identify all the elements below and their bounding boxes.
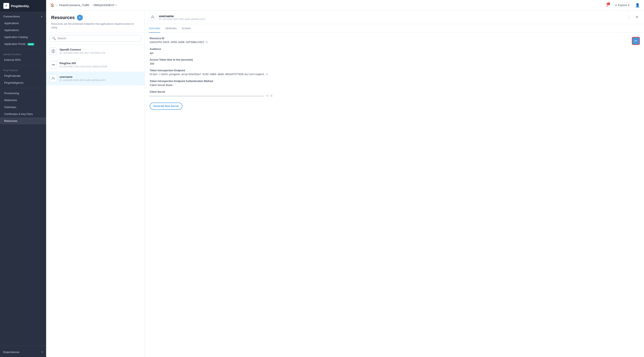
ping-products-label: Ping Products (0, 67, 46, 72)
topbar: 🏠 > FluentCommerce_7cd85 › OMSQASSOEXT ▾… (46, 0, 644, 11)
sidebar-logo-text: PingIdentity. (11, 4, 30, 8)
help-button[interactable]: ❓ 1 (605, 3, 609, 7)
sidebar-item-applications-sub[interactable]: Applications (0, 20, 46, 27)
field-resource-id-value: a1b224f6-0425-4550-ba98-3df5d8ec4321 ⧉ (150, 41, 639, 44)
detail-content: ✏ Resource ID a1b224f6-0425-4550-ba98-3d… (145, 33, 644, 357)
edit-resource-button[interactable]: ✏ (632, 37, 640, 45)
sidebar-section-experiences[interactable]: Experiences ▾ (0, 347, 46, 355)
field-access-token-ttl-value: 300 (150, 62, 639, 65)
topbar-right: ❓ 1 ⊙ Explore ▾ 👤 (605, 3, 640, 8)
application-portal-new-badge: NEW (28, 43, 34, 46)
sidebar-item-pingintelligence[interactable]: PingIntelligence (0, 79, 46, 86)
field-token-introspection-endpoint-label: Token Introspection Endpoint (150, 69, 639, 72)
tab-scopes[interactable]: Scopes (182, 24, 191, 33)
client-secret-dots: ••••••••••••••••••••••••••••••••••••••••… (150, 95, 264, 97)
username-name: username (60, 75, 141, 79)
detail-header: username ID: a1b224f6-0425-4550-ba98-3df… (145, 11, 644, 24)
sidebar-item-pingfederate[interactable]: PingFederate (0, 72, 46, 79)
field-token-introspection-auth-method: Token Introspection Endpoint Authenticat… (150, 80, 639, 87)
detail-pane: username ID: a1b224f6-0425-4550-ba98-3df… (145, 11, 644, 357)
sidebar-bottom: Experiences ▾ (0, 346, 46, 357)
sidebar-item-provisioning[interactable]: Provisioning (0, 90, 46, 97)
field-client-secret-label: Client Secret (150, 90, 639, 93)
sidebar: P PingIdentity. Connections ▲ Applicatio… (0, 0, 46, 357)
explore-circle-icon: ⊙ (615, 4, 617, 7)
resource-item-username[interactable]: username ID: a1b224f6-0425-4550-ba98-3df… (46, 72, 144, 85)
field-token-introspection-endpoint: Token Introspection Endpoint https://aut… (150, 69, 639, 76)
detail-resource-id: ID: a1b224f6-0425-4550-ba98-3df5d8ec4321 (159, 18, 626, 20)
tab-overview[interactable]: Overview (149, 24, 160, 33)
field-resource-id-label: Resource ID (150, 37, 639, 40)
sidebar-item-application-catalog[interactable]: Application Catalog (0, 34, 46, 41)
field-audience: Audience api (150, 48, 639, 55)
detail-header-info: username ID: a1b224f6-0425-4550-ba98-3df… (159, 14, 626, 20)
copy-introspection-icon[interactable]: ⧉ (266, 73, 268, 76)
copy-resource-id-icon[interactable]: ⧉ (206, 41, 208, 44)
field-token-introspection-endpoint-value: https://auth.pingone.asia/b2e31ba7-5c92-… (150, 73, 639, 76)
sidebar-item-webhooks[interactable]: Webhooks (0, 97, 46, 104)
detail-tabs: Overview Attributes Scopes (145, 24, 644, 33)
sidebar-item-gateways[interactable]: Gateways (0, 104, 46, 111)
sidebar-item-applications[interactable]: Applications (0, 27, 46, 34)
search-input[interactable] (58, 37, 138, 40)
field-client-secret-value: ••••••••••••••••••••••••••••••••••••••••… (150, 94, 639, 98)
sidebar-item-application-portal[interactable]: Application Portal NEW (0, 41, 46, 47)
openid-connect-id: ID: cb3188f4-499a-4f1b-9b27-63e49a6117fd (60, 52, 141, 54)
edit-icon: ✏ (634, 39, 637, 43)
resources-title-row: Resources + (51, 15, 140, 21)
resource-item-pingone-api[interactable]: API PingOne API ID: d29e3881-019a-4a30-8… (46, 58, 144, 72)
explore-dropdown-icon: ▾ (628, 4, 630, 7)
add-resource-button[interactable]: + (77, 15, 83, 21)
resources-title: Resources (51, 15, 75, 20)
copy-secret-icon[interactable]: ⧉ (270, 94, 272, 98)
tab-attributes[interactable]: Attributes (165, 24, 177, 33)
user-icon[interactable]: 👤 (635, 3, 640, 8)
field-access-token-ttl-label: Access Token time to live (seconds) (150, 58, 639, 61)
search-bar: 🔍 (46, 33, 144, 45)
sidebar-section-connections[interactable]: Connections ▲ (0, 12, 46, 20)
breadcrumb-separator2: › (91, 4, 92, 7)
breadcrumb-home-icon[interactable]: 🏠 (50, 3, 54, 7)
detail-more-button[interactable]: ⋮ (626, 15, 632, 20)
breadcrumb-current-env[interactable]: OMSQASSOEXT ▾ (93, 4, 116, 7)
sidebar-logo[interactable]: P PingIdentity. (0, 0, 46, 12)
resource-list: OpenID Connect ID: cb3188f4-499a-4f1b-9b… (46, 45, 144, 357)
explore-button[interactable]: ⊙ Explore ▾ (612, 3, 632, 8)
resource-item-openid-connect[interactable]: OpenID Connect ID: cb3188f4-499a-4f1b-9b… (46, 45, 144, 58)
search-input-wrap[interactable]: 🔍 (50, 35, 141, 42)
detail-header-actions: ⋮ ✕ (626, 15, 640, 20)
breadcrumb-separator: > (56, 4, 58, 7)
experiences-chevron: ▾ (42, 351, 43, 353)
divider-3 (3, 88, 43, 88)
generate-new-secret-button[interactable]: Generate New Secret (150, 103, 182, 110)
hide-secret-icon[interactable]: 👁 (266, 94, 269, 98)
pingone-api-id: ID: d29e3881-019a-4a30-816e-c696ba140108 (60, 65, 141, 68)
breadcrumb-env-name[interactable]: FluentCommerce_7cd85 (59, 4, 89, 7)
pingone-api-name: PingOne API (60, 62, 141, 65)
username-id: ID: a1b224f6-0425-4550-ba98-3df5d8ec4321 (60, 79, 141, 81)
sidebar-item-external-idps[interactable]: External IDPs (0, 57, 46, 63)
connections-label: Connections (3, 15, 20, 18)
ping-identity-logo-icon: P (3, 3, 9, 9)
sidebar-item-certificates[interactable]: Certificates & Key Pairs (0, 111, 46, 118)
sidebar-item-resources[interactable]: Resources (0, 118, 46, 124)
identity-providers-label: Identity Providers (0, 51, 46, 57)
field-audience-label: Audience (150, 48, 639, 51)
openid-connect-icon (50, 47, 57, 55)
field-client-secret: Client Secret ••••••••••••••••••••••••••… (150, 90, 639, 98)
field-resource-id: Resource ID a1b224f6-0425-4550-ba98-3df5… (150, 37, 639, 44)
connections-chevron: ▲ (41, 15, 43, 18)
detail-header-icon (149, 14, 156, 21)
breadcrumb: 🏠 > FluentCommerce_7cd85 › OMSQASSOEXT ▾ (50, 3, 116, 7)
main-content: 🏠 > FluentCommerce_7cd85 › OMSQASSOEXT ▾… (46, 0, 644, 357)
field-token-introspection-auth-method-value: Client Secret Basic (150, 84, 639, 87)
search-icon: 🔍 (52, 37, 56, 40)
detail-resource-name: username (159, 14, 626, 18)
experiences-label: Experiences (3, 350, 20, 354)
content-area: Resources + Resources are the protected … (46, 11, 644, 357)
detail-close-button[interactable]: ✕ (634, 15, 640, 20)
pingone-api-icon: API (50, 61, 57, 69)
divider-2 (3, 65, 43, 65)
field-token-introspection-auth-method-label: Token Introspection Endpoint Authenticat… (150, 80, 639, 83)
username-icon (50, 75, 57, 82)
